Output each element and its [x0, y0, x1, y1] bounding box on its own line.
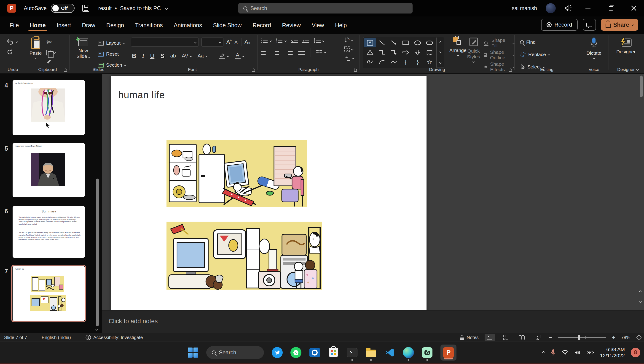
- thumbnail-scrollbar[interactable]: [96, 178, 99, 326]
- minimize-button[interactable]: [581, 1, 595, 15]
- italic-button[interactable]: I: [142, 52, 144, 59]
- text-highlight-button[interactable]: [219, 53, 229, 59]
- tab-slide-show[interactable]: Slide Show: [208, 19, 247, 32]
- zoom-slider[interactable]: [558, 337, 606, 338]
- gallery-scroll-down[interactable]: [439, 51, 442, 53]
- character-spacing-button[interactable]: AV: [182, 53, 192, 59]
- user-name[interactable]: sai manish: [512, 5, 537, 12]
- strikethrough-button[interactable]: ab: [170, 53, 176, 59]
- zoom-level[interactable]: 78%: [621, 335, 630, 340]
- align-right-button[interactable]: [286, 50, 293, 55]
- shape-outline-button[interactable]: Shape Outline: [484, 50, 514, 60]
- notes-toggle-button[interactable]: Notes: [460, 335, 479, 340]
- shape-arrow-icon[interactable]: [388, 38, 400, 47]
- microsoft-store-icon[interactable]: [328, 347, 339, 358]
- tab-transitions[interactable]: Transitions: [130, 19, 168, 32]
- reset-button[interactable]: Reset: [98, 50, 126, 59]
- slide-scrollbar[interactable]: [640, 76, 643, 97]
- cartoon-illustration-2[interactable]: [166, 222, 322, 290]
- save-icon[interactable]: [82, 5, 89, 12]
- wifi-icon[interactable]: [562, 350, 568, 355]
- shape-triangle-icon[interactable]: [364, 48, 376, 57]
- change-case-button[interactable]: Aa: [198, 53, 207, 59]
- tab-home[interactable]: Home: [24, 19, 51, 32]
- search-input[interactable]: Search: [238, 3, 412, 14]
- slide-canvas[interactable]: human life: [111, 76, 426, 314]
- taskbar-search[interactable]: Search: [206, 346, 264, 359]
- powerpoint-logo-icon[interactable]: P: [7, 4, 16, 13]
- tab-insert[interactable]: Insert: [51, 19, 76, 32]
- start-button[interactable]: [188, 347, 198, 358]
- slide-sorter-view-button[interactable]: [500, 334, 511, 341]
- tab-view[interactable]: View: [306, 19, 330, 32]
- tab-animations[interactable]: Animations: [168, 19, 208, 32]
- font-size-combo[interactable]: [202, 38, 224, 47]
- drawing-dialog-launcher[interactable]: [509, 68, 512, 72]
- clock[interactable]: 6:38 AM 12/11/2022: [600, 346, 625, 359]
- font-color-button[interactable]: A: [235, 52, 244, 59]
- language-indicator[interactable]: English (India): [42, 335, 71, 340]
- shape-right-arrow-icon[interactable]: [400, 48, 412, 57]
- avatar[interactable]: [546, 3, 556, 13]
- zoom-out-button[interactable]: −: [549, 334, 552, 341]
- autosave-toggle[interactable]: Off: [51, 4, 74, 13]
- bullets-button[interactable]: [261, 38, 272, 44]
- shape-fill-button[interactable]: Shape Fill: [484, 39, 514, 48]
- slide-4-thumbnail[interactable]: synthetic happiness: [12, 80, 85, 135]
- reading-view-button[interactable]: [516, 334, 527, 341]
- decrease-indent-button[interactable]: [291, 38, 298, 44]
- slideshow-view-button[interactable]: [533, 334, 543, 341]
- whatsapp-icon[interactable]: [290, 347, 302, 358]
- screen-recorder-icon[interactable]: [422, 347, 433, 358]
- slide-5-thumbnail[interactable]: happiness expert Dan Gilbert: [12, 143, 85, 197]
- tab-design[interactable]: Design: [101, 19, 130, 32]
- edge-icon[interactable]: [403, 347, 414, 358]
- outlook-icon[interactable]: [309, 347, 320, 358]
- tab-help[interactable]: Help: [330, 19, 352, 32]
- previous-slide-button[interactable]: [639, 290, 642, 293]
- shape-elbow-arrow-icon[interactable]: [388, 48, 400, 57]
- tab-draw[interactable]: Draw: [76, 19, 100, 32]
- shape-flowchart-icon[interactable]: [424, 48, 436, 57]
- paragraph-dialog-launcher[interactable]: [354, 68, 357, 72]
- increase-indent-button[interactable]: [302, 38, 309, 44]
- quick-styles-button[interactable]: Quick Styles: [466, 37, 481, 63]
- grow-font-button[interactable]: A^: [226, 39, 232, 46]
- clear-formatting-button[interactable]: A◊: [244, 39, 250, 46]
- slide-6-thumbnail[interactable]: Summary The psychological immune system …: [12, 206, 85, 258]
- speaker-icon[interactable]: [574, 350, 581, 355]
- font-dialog-launcher[interactable]: [252, 68, 255, 72]
- redo-button[interactable]: [6, 49, 26, 55]
- slide-indicator[interactable]: Slide 7 of 7: [4, 335, 27, 340]
- layout-button[interactable]: Layout: [98, 39, 126, 48]
- thumbnail-scroll-down-arrow[interactable]: [95, 328, 98, 331]
- accessibility-status[interactable]: Accessibility: Investigate: [86, 335, 143, 340]
- shape-left-brace-icon[interactable]: {: [400, 58, 412, 67]
- shape-arc-icon[interactable]: [376, 58, 388, 67]
- paste-button[interactable]: Paste: [30, 38, 42, 59]
- columns-button[interactable]: [316, 50, 326, 55]
- numbering-button[interactable]: 123: [276, 38, 286, 44]
- vscode-icon[interactable]: [384, 347, 395, 358]
- shape-rectangle-icon[interactable]: [400, 38, 412, 47]
- notification-badge[interactable]: 8: [631, 348, 640, 357]
- shape-oval-icon[interactable]: [412, 38, 424, 47]
- align-left-button[interactable]: [261, 50, 268, 55]
- shape-curve-icon[interactable]: [388, 58, 400, 67]
- shape-textbox-icon[interactable]: A: [364, 38, 376, 47]
- align-text-button[interactable]: [344, 46, 354, 52]
- shape-down-arrow-icon[interactable]: [412, 48, 424, 57]
- format-painter-button[interactable]: [46, 59, 55, 65]
- designer-button[interactable]: Designer: [609, 34, 643, 55]
- battery-icon[interactable]: [587, 350, 594, 355]
- next-slide-button[interactable]: [639, 300, 642, 303]
- cartoon-illustration-1[interactable]: [166, 140, 307, 207]
- fit-slide-button[interactable]: [636, 335, 642, 340]
- text-direction-button[interactable]: A: [344, 37, 354, 43]
- shape-right-brace-icon[interactable]: }: [412, 58, 424, 67]
- convert-smartart-button[interactable]: [344, 55, 354, 61]
- slide-title-text[interactable]: human life: [118, 90, 165, 100]
- slide-7-thumbnail[interactable]: human life: [12, 266, 85, 321]
- file-explorer-icon[interactable]: [366, 347, 376, 358]
- close-button[interactable]: [626, 1, 641, 15]
